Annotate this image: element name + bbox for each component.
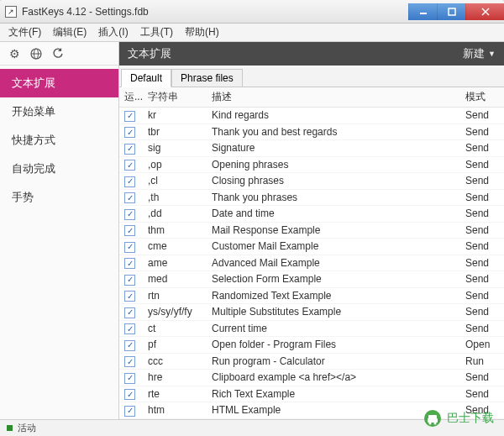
section-title: 文本扩展	[128, 46, 463, 61]
table-row[interactable]: ✓cmeCustomer Mail ExampleSend	[119, 239, 504, 255]
table-row[interactable]: ✓tbrThank you and best regardsSend	[119, 123, 504, 140]
col-string[interactable]: 字符串	[143, 87, 207, 108]
row-desc: Thank you and best regards	[207, 123, 460, 140]
row-checkbox[interactable]: ✓	[124, 176, 135, 187]
chevron-down-icon[interactable]: ▼	[488, 50, 496, 58]
sidebar-item-autocomplete[interactable]: 自动完成	[0, 155, 118, 183]
row-checkbox[interactable]: ✓	[124, 389, 135, 400]
sidebar-nav: 文本扩展 开始菜单 快捷方式 自动完成 手势	[0, 66, 118, 212]
row-string: htm	[143, 402, 207, 419]
row-checkbox[interactable]: ✓	[124, 242, 135, 253]
row-checkbox[interactable]: ✓	[124, 373, 135, 384]
row-checkbox[interactable]: ✓	[124, 209, 135, 220]
row-checkbox[interactable]: ✓	[124, 291, 135, 302]
table-row[interactable]: ✓rteRich Text ExampleSend	[119, 386, 504, 402]
row-mode: Send	[460, 287, 504, 304]
sidebar-toolbar: ⚙	[0, 42, 118, 66]
table-row[interactable]: ✓ameAdvanced Mail ExampleSend	[119, 255, 504, 271]
table-row[interactable]: ✓rtnRandomized Text ExampleSend	[119, 287, 504, 304]
globe-icon[interactable]	[29, 46, 44, 61]
row-mode: Send	[460, 239, 504, 255]
table-row[interactable]: ✓hreClipboard example <a href></a>Send	[119, 370, 504, 386]
row-checkbox[interactable]: ✓	[124, 192, 135, 203]
row-desc: Opening phrases	[207, 156, 460, 173]
table-row[interactable]: ✓pfOpen folder - Program FilesOpen	[119, 337, 504, 354]
sidebar-item-shortcuts[interactable]: 快捷方式	[0, 126, 118, 155]
close-button[interactable]	[465, 3, 504, 20]
new-button[interactable]: 新建	[463, 46, 485, 61]
row-string: cme	[143, 239, 207, 255]
row-desc: Open folder - Program Files	[207, 337, 460, 354]
gear-icon[interactable]: ⚙	[7, 46, 22, 61]
sidebar-item-text-expansion[interactable]: 文本扩展	[0, 69, 118, 97]
table-row[interactable]: ✓,thThank you phrasesSend	[119, 189, 504, 206]
sidebar: ⚙ 文本扩展 开始菜单 快捷方式 自动完成 手势	[0, 42, 119, 419]
row-checkbox[interactable]: ✓	[124, 258, 135, 269]
col-mode[interactable]: 模式	[460, 87, 504, 108]
row-desc: Closing phrases	[207, 173, 460, 190]
col-run[interactable]: 运...	[119, 87, 143, 108]
row-mode: Send	[460, 370, 504, 386]
menu-help[interactable]: 帮助(H)	[180, 24, 224, 41]
table-row[interactable]: ✓ctCurrent timeSend	[119, 320, 504, 337]
row-string: pf	[143, 337, 207, 354]
row-desc: Rich Text Example	[207, 386, 460, 402]
svg-rect-1	[449, 8, 455, 15]
row-desc: HTML Example	[207, 402, 460, 419]
row-string: ct	[143, 320, 207, 337]
row-mode: Send	[460, 189, 504, 206]
menu-edit[interactable]: 编辑(E)	[48, 24, 92, 41]
table-row[interactable]: ✓htmHTML ExampleSend	[119, 402, 504, 419]
sidebar-item-gestures[interactable]: 手势	[0, 183, 118, 212]
row-string: ,cl	[143, 173, 207, 190]
table-row[interactable]: ✓cccRun program - CalculatorRun	[119, 353, 504, 370]
row-checkbox[interactable]: ✓	[124, 127, 135, 138]
row-mode: Send	[460, 271, 504, 288]
row-desc: Mail Response Example	[207, 222, 460, 239]
table-row[interactable]: ✓ys/sy/yf/fyMultiple Substitutes Example…	[119, 304, 504, 321]
row-checkbox[interactable]: ✓	[124, 111, 135, 122]
table-row[interactable]: ✓krKind regardsSend	[119, 108, 504, 124]
table-row[interactable]: ✓,clClosing phrasesSend	[119, 173, 504, 190]
window-title: FastKeys 4.12 - Settings.fdb	[22, 6, 408, 18]
minimize-button[interactable]	[408, 3, 437, 20]
refresh-icon[interactable]	[50, 46, 66, 61]
row-checkbox[interactable]: ✓	[124, 144, 135, 155]
row-desc: Multiple Substitutes Example	[207, 304, 460, 321]
row-checkbox[interactable]: ✓	[124, 406, 135, 417]
status-indicator-icon	[7, 425, 13, 431]
row-string: hre	[143, 370, 207, 386]
main-panel: 文本扩展 新建 ▼ Default Phrase files 运... 字符串 …	[119, 42, 504, 419]
menu-tools[interactable]: 工具(T)	[135, 24, 178, 41]
menu-file[interactable]: 文件(F)	[3, 24, 46, 41]
row-checkbox[interactable]: ✓	[124, 160, 135, 171]
table-row[interactable]: ✓thmMail Response ExampleSend	[119, 222, 504, 239]
statusbar: 活动	[0, 419, 504, 436]
entries-table[interactable]: 运... 字符串 描述 模式 ✓krKind regardsSend✓tbrTh…	[119, 87, 504, 419]
sidebar-item-start-menu[interactable]: 开始菜单	[0, 97, 118, 126]
row-desc: Advanced Mail Example	[207, 255, 460, 271]
row-mode: Send	[460, 206, 504, 223]
table-row[interactable]: ✓sigSignatureSend	[119, 140, 504, 157]
row-checkbox[interactable]: ✓	[124, 323, 135, 334]
titlebar: ↗ FastKeys 4.12 - Settings.fdb	[0, 0, 504, 24]
tab-default[interactable]: Default	[121, 69, 171, 87]
row-checkbox[interactable]: ✓	[124, 225, 135, 236]
row-checkbox[interactable]: ✓	[124, 275, 135, 286]
menubar: 文件(F) 编辑(E) 插入(I) 工具(T) 帮助(H)	[0, 24, 504, 42]
row-checkbox[interactable]: ✓	[124, 356, 135, 367]
table-row[interactable]: ✓,ddDate and timeSend	[119, 206, 504, 223]
menu-insert[interactable]: 插入(I)	[93, 24, 133, 41]
row-string: rtn	[143, 287, 207, 304]
row-checkbox[interactable]: ✓	[124, 307, 135, 318]
table-row[interactable]: ✓medSelection Form ExampleSend	[119, 271, 504, 288]
row-desc: Selection Form Example	[207, 271, 460, 288]
row-mode: Send	[460, 386, 504, 402]
maximize-button[interactable]	[437, 3, 465, 20]
row-mode: Open	[460, 337, 504, 354]
row-mode: Send	[460, 173, 504, 190]
col-desc[interactable]: 描述	[207, 87, 460, 108]
row-checkbox[interactable]: ✓	[124, 340, 135, 351]
tab-phrase-files[interactable]: Phrase files	[171, 69, 243, 87]
table-row[interactable]: ✓,opOpening phrasesSend	[119, 156, 504, 173]
